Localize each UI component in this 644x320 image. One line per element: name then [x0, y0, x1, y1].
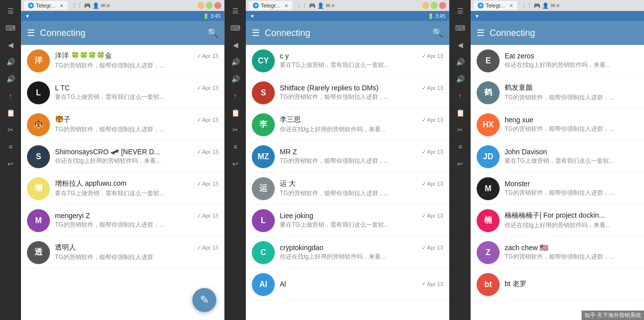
sidebar-icon-6[interactable]: 📋 [453, 106, 467, 120]
sidebar-icon-1[interactable]: ⌨ [3, 21, 17, 35]
tb-icon[interactable]: ✉ [101, 2, 105, 9]
tb-icon[interactable]: 👤 [92, 2, 99, 9]
status-bar: ▼ 🔋 3:45 [471, 11, 644, 21]
chat-item[interactable]: JDJohn Davison✓ Apr 13要在TG上做营销，需有我们这么一套软… [471, 141, 644, 173]
chat-time: ✓ Apr 13 [197, 117, 218, 123]
chat-item[interactable]: 运运 大✓ Apr 13TG的营销软件，能帮你强制拉人进群，... [246, 173, 449, 205]
tb-icon[interactable]: ⋮⋮ [71, 2, 82, 9]
tb-icon[interactable]: 🎮 [309, 2, 316, 9]
sidebar-icon-8[interactable]: ≡ [453, 140, 467, 154]
tb-icon[interactable]: 👤 [317, 2, 324, 9]
sidebar-icon-2[interactable]: ◀ [228, 38, 242, 52]
chat-item[interactable]: 透透明人✓ Apr 13TG的营销软件，能帮你强制拉人进群 [21, 237, 224, 269]
status-left: ▼ [250, 13, 255, 19]
tb-icon[interactable]: ⋮⋮ [296, 2, 307, 9]
sidebar-icon-8[interactable]: ≡ [3, 140, 17, 154]
sidebar-icon-3[interactable]: 🔊 [228, 55, 242, 69]
chat-item[interactable]: 🐯🐯子✓ Apr 13TG的营销软件，能帮你强制拉人进群，... [21, 109, 224, 141]
tb-icon[interactable]: 👤 [542, 2, 549, 9]
chat-item[interactable]: 增增粉拉人 appfuwu.com✓ Apr 13要在TG上做营销，需有我们这么… [21, 173, 224, 205]
tb-icon[interactable]: ≡ [107, 2, 110, 9]
sidebar-icon-7[interactable]: ✂ [3, 123, 17, 137]
chat-item[interactable]: MMonster✓ Apr 13TG的营销软件，能帮你强制拉人进群，... [471, 173, 644, 205]
menu-icon[interactable]: ☰︎ [477, 27, 485, 38]
tab-close[interactable]: ✕ [59, 3, 63, 8]
sidebar-icon-4[interactable]: 🔊 [453, 72, 467, 86]
compose-fab[interactable]: ✎ [192, 288, 216, 312]
sidebar-icon-4[interactable]: 🔊 [228, 72, 242, 86]
sidebar-icon-1[interactable]: ⌨ [453, 21, 467, 35]
chat-item[interactable]: LL TC✓ Apr 13要在TG上做营销，需有我们这么一套软... [21, 77, 224, 109]
sidebar-icon-3[interactable]: 🔊 [453, 55, 467, 69]
chat-info: MR Z✓ Apr 13TG的营销软件，能帮你强制拉人进群，... [280, 148, 443, 165]
check-mark: ✓ [422, 149, 426, 155]
middle-0-sidebar-strip: ☰⌨◀🔊🔊↑📋✂≡↩ [225, 0, 246, 320]
tb-icon[interactable]: 🎮 [84, 2, 91, 9]
sidebar-icon-5[interactable]: ↑ [228, 89, 242, 103]
chat-item[interactable]: btbt 老罗✓ Apr 13 [471, 269, 644, 301]
chat-name: 透明人 [55, 243, 76, 252]
browser-tab[interactable]: ✈ Telegr... ✕ [474, 1, 517, 10]
chat-item[interactable]: EEat zeros✓ Apr 13你还在找tg上好用的营销软件吗，来看... [471, 45, 644, 77]
chat-info: cryptokingdao✓ Apr 13你还在找tg上好用的营销软件吗，来看.… [280, 244, 443, 261]
chat-item[interactable]: 洋洋洋 🍀🍀🍀🍀金✓ Apr 13TG的营销软件，能帮你强制拉人进群，... [21, 45, 224, 77]
sidebar-icon-4[interactable]: 🔊 [3, 72, 17, 86]
minimize-btn[interactable]: ─ [422, 2, 429, 9]
sidebar-icon-9[interactable]: ↩ [228, 157, 242, 171]
tb-icon[interactable]: ≡ [557, 2, 560, 9]
tab-close[interactable]: ✕ [509, 3, 513, 8]
sidebar-icon-7[interactable]: ✂ [453, 123, 467, 137]
chat-time: ✓ Apr 13 [422, 117, 443, 123]
close-btn[interactable]: ✕ [439, 2, 446, 9]
chat-item[interactable]: Ccryptokingdao✓ Apr 13你还在找tg上好用的营销软件吗，来看… [246, 237, 449, 269]
sidebar-icon-0[interactable]: ☰ [3, 4, 17, 18]
chat-item[interactable]: 楠楠楠楠楠子| For project dockin...✓ Apr 13你还在… [471, 205, 644, 237]
sidebar-icon-0[interactable]: ☰ [228, 4, 242, 18]
chat-item[interactable]: Zzach chew 🇺🇸✓ Apr 13TG的营销软件，能帮你强制拉人进群，.… [471, 237, 644, 269]
wifi-icon: ▼ [25, 13, 30, 19]
sidebar-icon-5[interactable]: ↑ [453, 89, 467, 103]
search-icon[interactable]: 🔍 [432, 27, 443, 38]
maximize-btn[interactable]: □ [206, 2, 213, 9]
chat-item[interactable]: HXheng xue✓ Apr 13TG的营销软件，能帮你强制拉人进群，... [471, 109, 644, 141]
chat-item[interactable]: SShitface (Rarely replies to DMs)✓ Apr 1… [246, 77, 449, 109]
avatar: Al [252, 273, 275, 296]
chat-info: Liee joking✓ Apr 13要在TG上做营销，需有我们这么一套软... [280, 212, 443, 229]
chat-item[interactable]: 李李三思✓ Apr 13你还在找tg上好用的营销软件吗，来看... [246, 109, 449, 141]
chat-item[interactable]: AlAl✓ Apr 13 [246, 269, 449, 301]
sidebar-icon-6[interactable]: 📋 [3, 106, 17, 120]
sidebar-icon-7[interactable]: ✂ [228, 123, 242, 137]
sidebar-icon-9[interactable]: ↩ [3, 157, 17, 171]
chat-item[interactable]: SShimonsaysCRO 🛹 [NEVER D...✓ Apr 13你还在找… [21, 141, 224, 173]
chat-item[interactable]: 鹤鹤发童颜✓ Apr 13TG的营销软件，能帮你强制拉人进群，... [471, 77, 644, 109]
tab-close[interactable]: ✕ [284, 3, 288, 8]
sidebar-icon-2[interactable]: ◀ [3, 38, 17, 52]
menu-icon[interactable]: ☰︎ [27, 27, 35, 38]
sidebar-icon-0[interactable]: ☰ [453, 4, 467, 18]
close-btn[interactable]: ✕ [214, 2, 221, 9]
chat-item[interactable]: MZMR Z✓ Apr 13TG的营销软件，能帮你强制拉人进群，... [246, 141, 449, 173]
minimize-btn[interactable]: ─ [197, 2, 204, 9]
sidebar-icon-9[interactable]: ↩ [453, 157, 467, 171]
sidebar-icon-2[interactable]: ◀ [453, 38, 467, 52]
sidebar-icon-5[interactable]: ↑ [3, 89, 17, 103]
tb-icon[interactable]: ✉ [326, 2, 330, 9]
browser-tab[interactable]: ✈ Telegr... ✕ [24, 1, 67, 10]
tb-icon[interactable]: ≡ [332, 2, 335, 9]
sidebar-icon-6[interactable]: 📋 [228, 106, 242, 120]
tb-icon[interactable]: ⋮⋮ [521, 2, 532, 9]
chat-item[interactable]: CYc y✓ Apr 13要在TG上做营销，需有我们这么一套软... [246, 45, 449, 77]
maximize-btn[interactable]: □ [431, 2, 438, 9]
browser-tab[interactable]: ✈ Telegr... ✕ [249, 1, 292, 10]
tb-icon[interactable]: 🎮 [534, 2, 541, 9]
sidebar-icon-3[interactable]: 🔊 [3, 55, 17, 69]
sidebar-icon-1[interactable]: ⌨ [228, 21, 242, 35]
tb-icon[interactable]: ✉ [551, 2, 555, 9]
chat-item[interactable]: LLiee joking✓ Apr 13要在TG上做营销，需有我们这么一套软..… [246, 205, 449, 237]
chat-preview: 要在TG上做营销，需有我们这么一套软... [280, 221, 443, 229]
menu-icon[interactable]: ☰︎ [252, 27, 260, 38]
chat-item[interactable]: Mmengeryi Z✓ Apr 13TG的营销软件，能帮你强制拉人进群，... [21, 205, 224, 237]
sidebar-icon-8[interactable]: ≡ [228, 140, 242, 154]
chat-name-row: Shitface (Rarely replies to DMs)✓ Apr 13 [280, 84, 443, 92]
search-icon[interactable]: 🔍 [207, 27, 218, 38]
